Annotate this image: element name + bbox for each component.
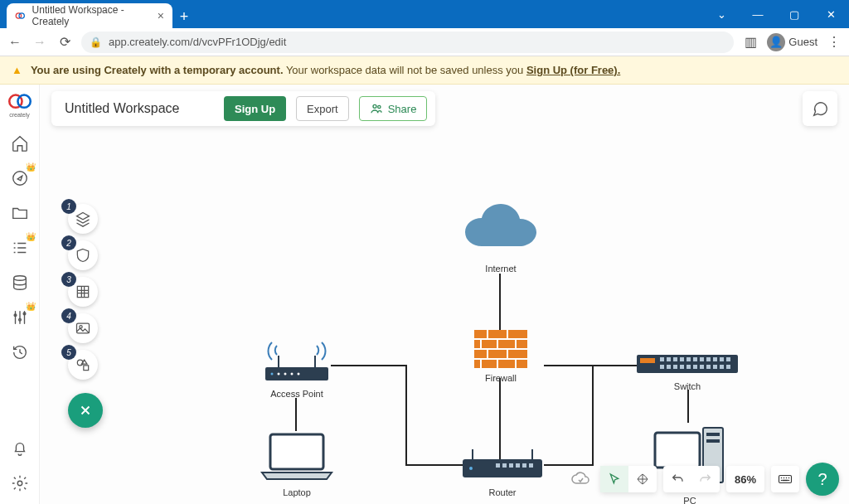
svg-rect-37 [463,459,542,477]
zoom-level[interactable]: 86% [726,473,764,486]
temp-account-banner: ▲ You are using Creately with a temporar… [0,56,849,85]
compass-icon[interactable]: 👑 [9,167,31,189]
profile-button[interactable]: 👤 Guest [767,33,817,51]
svg-rect-71 [706,439,720,443]
export-button[interactable]: Export [296,96,349,121]
panel-icon[interactable]: ▥ [742,34,759,51]
shapes-button[interactable]: 5 [68,350,98,380]
connector[interactable] [544,365,594,366]
svg-rect-52 [693,357,697,361]
connector[interactable] [499,378,501,459]
svg-rect-38 [496,463,500,468]
svg-rect-56 [720,357,724,361]
connector[interactable] [331,365,407,366]
history-icon[interactable] [9,342,31,363]
svg-rect-53 [700,357,704,361]
layers-button[interactable]: 1 [68,204,98,234]
svg-rect-48 [667,357,671,361]
people-icon [370,102,383,115]
crown-icon: 👑 [26,302,36,311]
help-button[interactable]: ? [806,463,839,496]
caret-down-icon[interactable]: ⌄ [703,0,740,28]
svg-rect-79 [779,476,792,483]
crown-icon: 👑 [26,162,36,172]
comment-icon [811,99,829,118]
close-tools-button[interactable] [68,393,103,428]
connector[interactable] [592,365,594,466]
svg-rect-34 [270,434,323,469]
svg-rect-41 [516,463,520,468]
comments-button[interactable] [803,91,837,126]
shape-access-point[interactable]: Access Point [260,337,333,399]
kebab-menu-icon[interactable]: ⋮ [826,34,842,51]
svg-rect-64 [700,365,704,369]
shape-laptop[interactable]: Laptop [259,431,335,497]
bell-icon[interactable] [9,438,31,459]
url-input[interactable]: 🔒 app.creately.com/d/vcvPFr1ODjg/edit [81,32,734,53]
database-icon[interactable] [9,272,31,293]
reload-icon[interactable]: ⟳ [56,34,73,51]
keyboard-icon[interactable] [771,466,799,492]
svg-rect-43 [529,463,533,468]
back-icon[interactable]: ← [7,34,23,51]
svg-rect-59 [667,365,671,369]
router-icon [461,449,544,482]
svg-point-4 [12,172,27,186]
gear-icon[interactable] [9,472,31,494]
list-icon[interactable]: 👑 [9,237,31,259]
svg-rect-68 [726,365,730,369]
shape-firewall[interactable]: Firewall [474,330,527,383]
connector[interactable] [405,365,407,466]
svg-rect-66 [713,365,717,369]
home-icon[interactable] [9,133,31,154]
cloud-sync-icon[interactable] [567,466,594,492]
browser-titlebar: Untitled Workspace - Creately × + ⌄ — ▢ … [0,0,849,28]
svg-point-44 [469,467,473,470]
access-point-icon [260,337,333,384]
connector[interactable] [592,365,642,366]
app-root: ▲ You are using Creately with a temporar… [0,56,849,504]
warning-icon: ▲ [12,64,22,76]
workspace-name[interactable]: Untitled Workspace [65,101,214,116]
svg-rect-55 [713,357,717,361]
svg-point-3 [17,95,30,108]
close-tab-icon[interactable]: × [158,9,164,22]
shield-button[interactable]: 2 [68,240,98,270]
tab-title: Untitled Workspace - Creately [32,4,151,27]
creately-logo[interactable]: creately [6,91,34,119]
connector[interactable] [687,390,689,423]
connector[interactable] [499,274,501,330]
pan-tool[interactable] [628,466,657,492]
close-icon [78,403,93,418]
address-bar: ← → ⟳ 🔒 app.creately.com/d/vcvPFr1ODjg/e… [0,28,849,56]
minimize-icon[interactable]: — [740,0,776,28]
diagram-canvas[interactable]: Internet Firewall [40,85,849,504]
share-button[interactable]: Share [359,96,428,121]
sliders-icon[interactable]: 👑 [9,307,31,328]
bottom-toolbar: 86% ? [567,463,839,496]
grid-button[interactable]: 3 [68,277,98,307]
shape-internet[interactable]: Internet [461,201,541,274]
new-tab-button[interactable]: + [172,5,196,28]
svg-point-33 [298,373,300,376]
close-window-icon[interactable]: ✕ [813,0,849,28]
undo-button[interactable] [663,466,691,492]
shape-router[interactable]: Router [461,449,544,497]
banner-text: You are using Creately with a temporary … [31,64,620,76]
image-button[interactable]: 4 [68,313,98,343]
signup-link[interactable]: Sign Up (for Free). [526,64,620,76]
svg-point-30 [278,373,280,376]
svg-rect-50 [680,357,684,361]
maximize-icon[interactable]: ▢ [776,0,813,28]
signup-button[interactable]: Sign Up [224,96,286,121]
shape-switch[interactable]: Switch [637,355,738,391]
svg-rect-65 [706,365,711,369]
folder-icon[interactable] [9,202,31,224]
svg-rect-51 [686,357,691,361]
pointer-tool[interactable] [600,466,628,492]
lock-icon: 🔒 [90,36,102,48]
connector[interactable] [295,398,297,431]
crown-icon: 👑 [26,232,36,241]
svg-rect-47 [660,357,664,361]
browser-tab[interactable]: Untitled Workspace - Creately × [7,3,172,28]
